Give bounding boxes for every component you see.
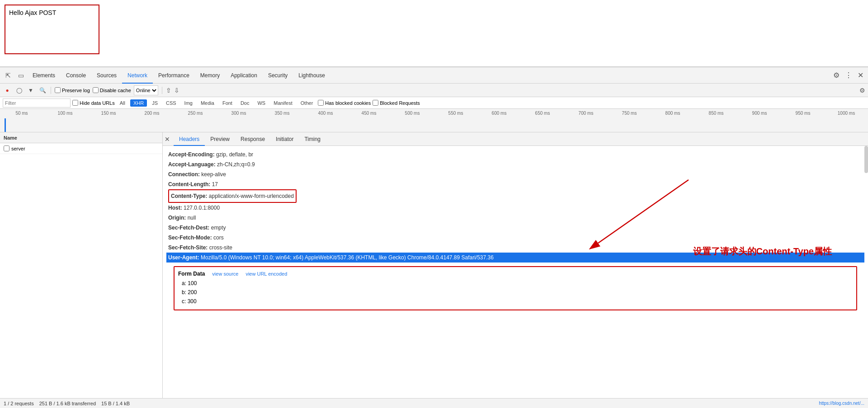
ruler-label: 650 ms <box>521 111 564 116</box>
preserve-log-checkbox[interactable] <box>55 87 61 93</box>
devtools-tab-bar: ⇱ ▭ Elements Console Sources Network Per… <box>0 67 868 84</box>
filter-bar: Hide data URLs All XHR JS CSS Img Media … <box>0 97 868 109</box>
record-button[interactable]: ● <box>3 86 12 95</box>
details-panel: ✕ Headers Preview Response Initiator Tim… <box>163 132 868 398</box>
tab-lighthouse[interactable]: Lighthouse <box>293 67 330 84</box>
status-resources: 15 B / 1.4 kB <box>101 401 130 406</box>
devtools-panel: ⇱ ▭ Elements Console Sources Network Per… <box>0 67 868 408</box>
tab-application[interactable]: Application <box>225 67 263 84</box>
status-bar: 1 / 2 requests 251 B / 1.6 kB transferre… <box>0 398 868 408</box>
devtools-more-button[interactable]: ⋮ <box>842 71 855 80</box>
filter-media[interactable]: Media <box>198 99 217 107</box>
headers-content: Accept-Encoding: gzip, deflate, br Accep… <box>163 146 868 398</box>
filter-js[interactable]: JS <box>149 99 161 107</box>
header-content-type: Content-Type: application/x-www-form-url… <box>168 189 863 203</box>
disable-cache-label[interactable]: Disable cache <box>93 87 131 93</box>
form-data-c: c: 300 <box>178 297 853 306</box>
ruler-label: 200 ms <box>130 111 174 116</box>
header-host: Host: 127.0.0.1:8000 <box>168 203 863 213</box>
ruler-label: 400 ms <box>304 111 347 116</box>
ruler-label: 50 ms <box>0 111 43 116</box>
ruler-label: 500 ms <box>391 111 434 116</box>
ruler-label: 300 ms <box>217 111 260 116</box>
filter-font[interactable]: Font <box>219 99 236 107</box>
blocked-requests-label[interactable]: Blocked Requests <box>373 100 420 106</box>
tab-security[interactable]: Security <box>263 67 293 84</box>
filter-manifest[interactable]: Manifest <box>270 99 296 107</box>
tab-network[interactable]: Network <box>122 67 153 84</box>
view-source-link[interactable]: view source <box>212 271 238 277</box>
tab-performance[interactable]: Performance <box>153 67 195 84</box>
filter-xhr[interactable]: XHR <box>130 99 147 107</box>
hello-box: Hello Ajax POST <box>5 5 99 54</box>
requests-header: Name <box>0 132 162 143</box>
preserve-log-label[interactable]: Preserve log <box>55 87 90 93</box>
form-data-a: a: 100 <box>178 279 853 288</box>
timeline-marker <box>5 118 6 132</box>
detail-tab-timing[interactable]: Timing <box>299 132 326 146</box>
ruler-label: 900 ms <box>738 111 781 116</box>
throttle-select[interactable]: Online <box>134 85 158 95</box>
details-tab-bar: ✕ Headers Preview Response Initiator Tim… <box>163 132 868 146</box>
ruler-label: 150 ms <box>87 111 130 116</box>
requests-panel: Name server <box>0 132 163 398</box>
detail-tab-preview[interactable]: Preview <box>205 132 235 146</box>
filter-icon-btn[interactable]: ▼ <box>26 86 35 95</box>
ruler-label: 700 ms <box>564 111 608 116</box>
ruler-label: 100 ms <box>43 111 87 116</box>
form-data-section: Form Data view source view URL encoded a… <box>174 266 857 310</box>
devtools-close-button[interactable]: ✕ <box>855 71 866 80</box>
filter-other[interactable]: Other <box>297 99 316 107</box>
status-requests: 1 / 2 requests <box>4 401 34 406</box>
form-data-header: Form Data view source view URL encoded <box>178 271 853 277</box>
import-har-button[interactable]: ⇧ <box>166 87 171 94</box>
request-checkbox[interactable] <box>4 145 9 151</box>
network-settings-button[interactable]: ⚙ <box>859 87 865 94</box>
filter-all[interactable]: All <box>117 99 128 107</box>
filter-css[interactable]: CSS <box>163 99 179 107</box>
export-har-button[interactable]: ⇩ <box>174 87 179 94</box>
header-sec-fetch-dest: Sec-Fetch-Dest: empty <box>168 223 863 233</box>
devtools-settings-button[interactable]: ⚙ <box>830 71 842 80</box>
has-blocked-cookies-label[interactable]: Has blocked cookies <box>318 100 371 106</box>
blocked-requests-checkbox[interactable] <box>373 100 378 106</box>
header-sec-fetch-mode: Sec-Fetch-Mode: cors <box>168 233 863 243</box>
clear-button[interactable]: ◯ <box>14 86 24 95</box>
filter-img[interactable]: Img <box>181 99 196 107</box>
detail-tab-response[interactable]: Response <box>235 132 270 146</box>
scrollbar-thumb[interactable] <box>864 146 868 173</box>
search-icon-btn[interactable]: 🔍 <box>38 86 47 95</box>
hide-data-urls-label[interactable]: Hide data URLs <box>72 100 115 106</box>
detail-tab-initiator[interactable]: Initiator <box>270 132 299 146</box>
filter-input[interactable] <box>3 98 71 108</box>
hide-data-urls-checkbox[interactable] <box>72 100 78 106</box>
toolbar-separator <box>51 87 51 94</box>
tab-memory[interactable]: Memory <box>195 67 225 84</box>
ruler-label: 850 ms <box>694 111 738 116</box>
request-row[interactable]: server <box>0 143 162 154</box>
ruler-labels: 50 ms100 ms150 ms200 ms250 ms300 ms350 m… <box>0 111 868 116</box>
header-accept-encoding: Accept-Encoding: gzip, deflate, br <box>168 150 863 159</box>
tab-sources[interactable]: Sources <box>91 67 122 84</box>
device-icon-btn[interactable]: ▭ <box>14 69 27 82</box>
has-blocked-cookies-checkbox[interactable] <box>318 100 324 106</box>
details-close-button[interactable]: ✕ <box>165 136 170 143</box>
header-user-agent: User-Agent: Mozilla/5.0 (Windows NT 10.0… <box>166 253 864 263</box>
ruler-label: 750 ms <box>608 111 651 116</box>
filter-ws[interactable]: WS <box>254 99 269 107</box>
inspect-icon-btn[interactable]: ⇱ <box>2 69 14 82</box>
hello-text: Hello Ajax POST <box>9 9 56 16</box>
tab-console[interactable]: Console <box>61 67 91 84</box>
ruler-label: 550 ms <box>434 111 477 116</box>
tab-elements[interactable]: Elements <box>27 67 61 84</box>
view-url-encoded-link[interactable]: view URL encoded <box>245 271 287 277</box>
ruler-label: 800 ms <box>651 111 694 116</box>
header-accept-language: Accept-Language: zh-CN,zh;q=0.9 <box>168 159 863 169</box>
ruler-label: 450 ms <box>347 111 391 116</box>
ruler-label: 350 ms <box>260 111 304 116</box>
form-data-title: Form Data <box>178 271 205 277</box>
ruler-label: 250 ms <box>174 111 217 116</box>
disable-cache-checkbox[interactable] <box>93 87 99 93</box>
detail-tab-headers[interactable]: Headers <box>174 132 205 146</box>
filter-doc[interactable]: Doc <box>237 99 253 107</box>
